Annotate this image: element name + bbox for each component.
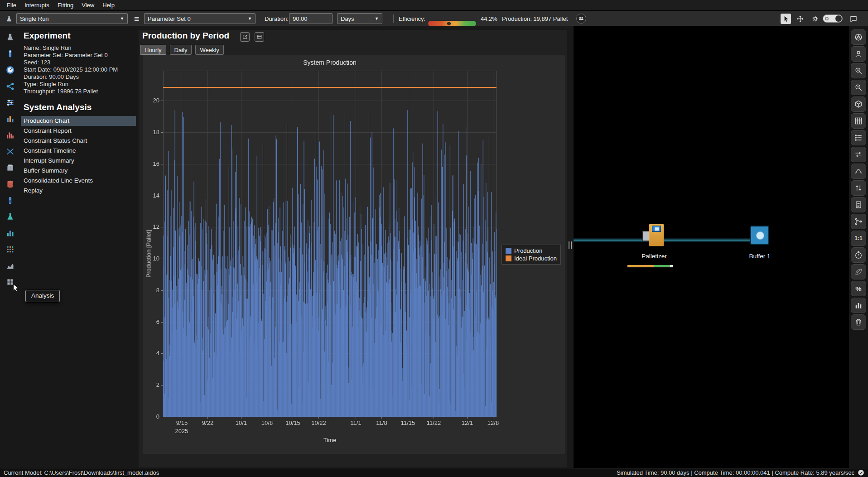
tab-daily[interactable]: Daily [170, 45, 192, 55]
branch-icon [854, 217, 863, 226]
vial-icon[interactable] [4, 194, 16, 207]
experiment-name-field: Name: Single Run [24, 44, 133, 52]
analysis-item-consolidated-line-events[interactable]: Consolidated Line Events [21, 176, 136, 186]
package-icon[interactable] [4, 161, 16, 174]
actual-size-button[interactable]: 1:1 [851, 231, 866, 246]
analysis-item-buffer-summary[interactable]: Buffer Summary [21, 166, 136, 176]
analysis-item-replay[interactable]: Replay [21, 186, 136, 196]
menu-view[interactable]: View [77, 0, 98, 10]
eco-button[interactable] [851, 264, 866, 279]
analysis-bars-icon[interactable] [4, 112, 16, 125]
area-chart-icon[interactable] [4, 259, 16, 272]
sliders-icon[interactable] [4, 96, 16, 109]
person-icon [854, 49, 863, 58]
statistics-button[interactable] [851, 298, 866, 313]
experiment-seed-field: Seed: 123 [24, 59, 133, 66]
merge-arrows-icon[interactable] [4, 145, 16, 158]
timer-icon [854, 251, 863, 260]
analysis-item-production-chart[interactable]: Production Chart [21, 116, 136, 126]
conveyor-line[interactable] [574, 238, 757, 242]
panel-splitter[interactable] [569, 241, 572, 249]
palletizer-machine[interactable] [642, 224, 665, 247]
y-axis-label: Production [Pallet] [145, 230, 152, 278]
3d-view-button[interactable] [851, 96, 866, 112]
grid-view-button[interactable] [851, 113, 866, 129]
parameter-set-select[interactable]: Parameter Set 0 ▼ [144, 13, 256, 24]
palletizer-label: Palletizer [627, 253, 681, 260]
menu-fitting[interactable]: Fitting [53, 0, 77, 10]
seed-gauge-icon[interactable] [4, 63, 16, 76]
theme-toggle[interactable] [823, 14, 843, 23]
buffer-station[interactable] [750, 226, 769, 245]
dot-grid-icon[interactable] [4, 243, 16, 255]
menu-toggle-button[interactable]: ≡ [131, 14, 142, 24]
analysis-item-constraint-status-chart[interactable]: Constraint Status Chart [21, 136, 136, 146]
experiment-type-field: Type: Single Run [24, 81, 133, 88]
pan-tool-button[interactable] [795, 14, 805, 24]
simulation-view[interactable]: Palletizer Buffer 1 [574, 26, 849, 468]
bar-chart-icon[interactable] [4, 226, 16, 239]
settings-button[interactable] [810, 14, 820, 24]
legend-label: Production [514, 247, 542, 254]
analysis-item-constraint-report[interactable]: Constraint Report [21, 126, 136, 136]
app-window: File Interrupts Fitting View Help Single… [0, 0, 868, 477]
trash-icon [854, 318, 863, 327]
database-icon[interactable] [4, 178, 16, 190]
curve-button[interactable] [851, 164, 866, 179]
walkthrough-button[interactable] [851, 46, 866, 62]
progress-segment [670, 265, 673, 267]
bar-chart-icon [854, 301, 863, 310]
palletizer-progress-bar [627, 265, 674, 268]
menu-help[interactable]: Help [98, 0, 119, 10]
analysis-item-interrupt-summary[interactable]: Interrupt Summary [21, 156, 136, 166]
efficiency-marker [447, 22, 451, 25]
menu-interrupts[interactable]: Interrupts [20, 0, 53, 10]
timer-button[interactable] [851, 247, 866, 263]
sort-button[interactable] [851, 180, 866, 196]
document-button[interactable] [851, 197, 866, 212]
menu-file[interactable]: File [3, 0, 20, 10]
histogram-icon[interactable] [4, 129, 16, 141]
tab-weekly[interactable]: Weekly [195, 45, 223, 55]
left-sidebar: Experiment Name: Single Run Parameter Se… [0, 26, 137, 468]
duration-input[interactable] [289, 13, 333, 24]
zoom-out-button[interactable] [851, 80, 866, 95]
zoom-in-button[interactable] [851, 63, 866, 78]
analysis-tooltip: Analysis [25, 290, 60, 302]
export-chart-button[interactable] [255, 32, 264, 42]
percent-icon: % [855, 285, 861, 293]
run-mode-select[interactable]: Single Run ▼ [16, 13, 128, 24]
experiment-panel: Experiment Name: Single Run Parameter Se… [20, 26, 137, 199]
tab-hourly[interactable]: Hourly [140, 45, 166, 55]
select-tool-button[interactable] [781, 14, 791, 24]
zoom-out-icon [854, 83, 863, 92]
delete-button[interactable] [851, 314, 866, 330]
efficiency-gauge [428, 21, 476, 26]
swap-button[interactable] [851, 147, 866, 162]
system-analysis-title: System Analysis [24, 102, 133, 112]
share-nodes-icon[interactable] [4, 80, 16, 92]
duration-unit-select[interactable]: Days ▼ [337, 13, 382, 24]
list-view-button[interactable] [851, 130, 866, 145]
flask-icon[interactable] [4, 210, 16, 223]
mouse-cursor-icon [12, 284, 20, 292]
navigate-button[interactable] [851, 29, 866, 45]
chat-button[interactable] [848, 14, 858, 24]
parameter-set-value: Parameter Set 0 [148, 15, 191, 22]
export-table-icon [256, 34, 262, 40]
percent-button[interactable]: % [851, 281, 866, 296]
experiment-beaker-icon[interactable] [4, 31, 16, 43]
production-pallet-button[interactable] [576, 14, 586, 24]
production-value: Production: 19,897 Pallet [502, 11, 568, 26]
steering-wheel-icon [854, 33, 863, 42]
open-external-button[interactable] [240, 32, 250, 42]
view-toolbar: 1:1 % [849, 26, 868, 468]
legend-row-production: Production [506, 247, 557, 255]
status-check-icon[interactable] [858, 469, 864, 476]
curve-icon [854, 167, 863, 176]
analysis-item-constraint-timeline[interactable]: Constraint Timeline [21, 146, 136, 156]
gear-icon [811, 15, 819, 23]
status-bar: Current Model: C:\Users\Frost\Downloads\… [0, 468, 868, 477]
branch-button[interactable] [851, 214, 866, 229]
parameter-vial-icon[interactable] [4, 47, 16, 60]
